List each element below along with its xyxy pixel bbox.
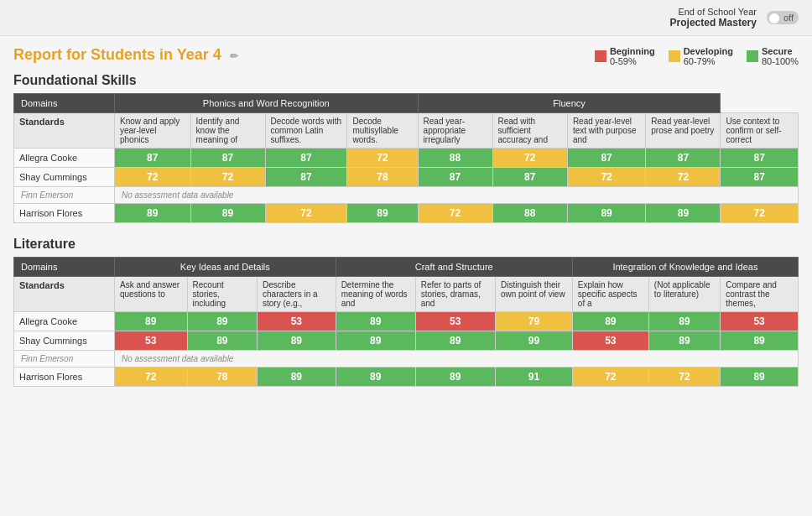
no-data-cell: No assessment data available bbox=[115, 351, 799, 367]
table-row: Allegra Cooke878787728872878787 bbox=[14, 149, 799, 168]
score-cell: 53 bbox=[415, 312, 495, 331]
student-name: Harrison Flores bbox=[14, 204, 115, 223]
standard-cell-0-4: Read year-appropriate irregularly bbox=[418, 113, 492, 149]
report-header: Report for Students in Year 4 ✏ Beginnin… bbox=[13, 46, 799, 66]
score-cell: 72 bbox=[115, 168, 191, 187]
standard-cell-0-7: Read year-level prose and poetry bbox=[646, 113, 721, 149]
no-data-cell: No assessment data available bbox=[115, 187, 799, 204]
standard-cell-0-6: Read year-level text with purpose and bbox=[567, 113, 645, 149]
score-cell: 89 bbox=[258, 331, 336, 351]
score-cell: 53 bbox=[721, 312, 799, 331]
score-cell: 87 bbox=[115, 149, 191, 168]
domain-header-1-0: Domains bbox=[14, 258, 115, 277]
section-title-0: Foundational Skills bbox=[13, 73, 799, 88]
table-row: Harrison Flores898972897288898972 bbox=[14, 204, 799, 223]
page-title: Report for Students in Year 4 ✏ bbox=[13, 46, 238, 64]
score-cell: 89 bbox=[415, 367, 495, 387]
score-cell: 89 bbox=[648, 312, 720, 331]
student-name: Finn Emerson bbox=[14, 187, 115, 204]
score-cell: 91 bbox=[495, 367, 572, 387]
legend-red-box bbox=[595, 50, 606, 62]
score-cell: 89 bbox=[190, 204, 265, 223]
score-cell: 53 bbox=[572, 331, 648, 351]
score-cell: 87 bbox=[265, 149, 347, 168]
score-cell: 89 bbox=[347, 204, 418, 223]
score-cell: 79 bbox=[495, 312, 572, 331]
score-cell: 72 bbox=[190, 168, 265, 187]
legend-beginning: Beginning0-59% bbox=[595, 46, 655, 66]
standard-cell-1-6: Explain how specific aspects of a bbox=[572, 277, 648, 312]
student-name: Finn Emerson bbox=[14, 351, 115, 367]
toggle-button[interactable]: off bbox=[767, 11, 799, 24]
legend-yellow-box bbox=[669, 50, 680, 62]
domain-header-1-2: Craft and Structure bbox=[336, 258, 572, 277]
score-cell: 89 bbox=[567, 204, 645, 223]
legend-green-box bbox=[747, 50, 758, 62]
score-cell: 72 bbox=[572, 367, 648, 387]
sections-container: Foundational SkillsDomainsPhonics and Wo… bbox=[13, 73, 799, 387]
score-cell: 72 bbox=[492, 149, 567, 168]
score-cell: 89 bbox=[646, 204, 721, 223]
score-cell: 78 bbox=[347, 168, 418, 187]
score-cell: 72 bbox=[721, 204, 799, 223]
table-row: Allegra Cooke898953895379898953 bbox=[14, 312, 799, 331]
projected-mastery-label: End of School Year Projected Mastery bbox=[670, 7, 757, 29]
standard-cell-0-8: Use context to confirm or self-correct bbox=[721, 113, 799, 149]
table-wrapper-0: DomainsPhonics and Word RecognitionFluen… bbox=[13, 93, 799, 223]
score-cell: 87 bbox=[567, 149, 645, 168]
standard-cell-0-3: Decode multisyllable words. bbox=[347, 113, 418, 149]
standard-cell-0-2: Decode words with common Latin suffixes. bbox=[265, 113, 347, 149]
standard-cell-0-1: Identify and know the meaning of bbox=[190, 113, 265, 149]
score-cell: 87 bbox=[492, 168, 567, 187]
standard-cell-0-5: Read with sufficient accuracy and bbox=[492, 113, 567, 149]
student-name: Shay Cummings bbox=[14, 331, 115, 351]
score-cell: 88 bbox=[492, 204, 567, 223]
score-cell: 89 bbox=[721, 331, 799, 351]
score-cell: 87 bbox=[418, 168, 492, 187]
standards-label: Standards bbox=[14, 277, 115, 312]
domain-header-0-2: Fluency bbox=[418, 94, 721, 113]
score-cell: 99 bbox=[495, 331, 572, 351]
score-cell: 72 bbox=[418, 204, 492, 223]
score-cell: 89 bbox=[336, 312, 415, 331]
domain-header-0-1: Phonics and Word Recognition bbox=[115, 94, 419, 113]
score-cell: 89 bbox=[115, 204, 191, 223]
student-name: Allegra Cooke bbox=[14, 149, 115, 168]
table-row: Finn EmersonNo assessment data available bbox=[14, 351, 799, 367]
score-cell: 78 bbox=[187, 367, 257, 387]
table-row: Shay Cummings538989898999538989 bbox=[14, 331, 799, 351]
standard-cell-1-0: Ask and answer questions to bbox=[115, 277, 188, 312]
student-name: Shay Cummings bbox=[14, 168, 115, 187]
score-cell: 89 bbox=[415, 331, 495, 351]
score-cell: 89 bbox=[721, 367, 799, 387]
legend-developing: Developing60-79% bbox=[669, 46, 733, 66]
section-title-1: Literature bbox=[13, 237, 799, 252]
student-name: Allegra Cooke bbox=[14, 312, 115, 331]
standard-cell-1-1: Recount stories, including bbox=[187, 277, 257, 312]
score-cell: 88 bbox=[418, 149, 492, 168]
top-bar: End of School Year Projected Mastery off bbox=[0, 0, 812, 36]
score-cell: 72 bbox=[648, 367, 720, 387]
standard-cell-1-3: Determine the meaning of words and bbox=[336, 277, 415, 312]
student-name: Harrison Flores bbox=[14, 367, 115, 387]
domain-header-0-0: Domains bbox=[14, 94, 115, 113]
score-cell: 72 bbox=[115, 367, 188, 387]
standard-cell-1-8: Compare and contrast the themes, bbox=[721, 277, 799, 312]
score-cell: 87 bbox=[265, 168, 347, 187]
domain-header-1-1: Key Ideas and Details bbox=[115, 258, 336, 277]
standard-cell-1-2: Describe characters in a story (e.g., bbox=[258, 277, 336, 312]
score-cell: 89 bbox=[187, 312, 257, 331]
standard-cell-0-0: Know and apply year-level phonics bbox=[115, 113, 191, 149]
table-row: Finn EmersonNo assessment data available bbox=[14, 187, 799, 204]
score-cell: 89 bbox=[572, 312, 648, 331]
score-cell: 87 bbox=[721, 149, 799, 168]
domain-header-1-3: Integration of Knowledge and Ideas bbox=[572, 258, 798, 277]
legend: Beginning0-59% Developing60-79% Secure80… bbox=[595, 46, 799, 66]
score-cell: 87 bbox=[190, 149, 265, 168]
score-cell: 89 bbox=[258, 367, 336, 387]
score-cell: 53 bbox=[115, 331, 188, 351]
score-cell: 87 bbox=[646, 149, 721, 168]
legend-secure: Secure80-100% bbox=[747, 46, 799, 66]
standard-cell-1-4: Refer to parts of stories, dramas, and bbox=[415, 277, 495, 312]
score-cell: 89 bbox=[648, 331, 720, 351]
